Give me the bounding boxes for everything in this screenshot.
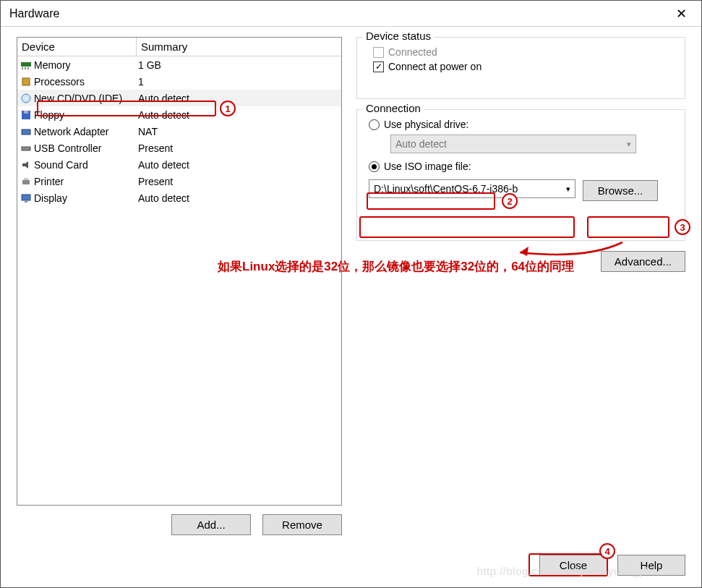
close-button[interactable]: Close — [539, 555, 607, 576]
svg-rect-11 — [22, 180, 30, 184]
floppy-icon — [20, 109, 32, 121]
sound-icon — [20, 159, 32, 171]
device-name: Printer — [34, 176, 138, 187]
header-device[interactable]: Device — [17, 38, 137, 56]
device-name: Network Adapter — [34, 126, 138, 137]
device-summary: Auto detect — [138, 109, 341, 121]
svg-rect-1 — [22, 67, 23, 69]
device-summary: NAT — [138, 126, 341, 137]
connect-power-on-checkbox[interactable]: ✓ — [373, 61, 384, 72]
connection-group: Connection Use physical drive: Auto dete… — [356, 109, 685, 241]
device-summary: Auto detect — [138, 192, 341, 204]
device-summary: 1 — [138, 76, 341, 88]
iso-path-value: D:\Linux\soft\CentOS-6.7-i386-b — [374, 183, 518, 195]
device-table-header: Device Summary — [17, 38, 341, 56]
window-title: Hardware — [9, 7, 59, 20]
device-row[interactable]: Memory 1 GB — [17, 56, 341, 73]
remove-button[interactable]: Remove — [262, 514, 342, 535]
display-icon — [20, 192, 32, 204]
close-icon[interactable]: ✕ — [667, 1, 695, 26]
device-table: Device Summary Memory 1 GB Processors 1 … — [17, 37, 342, 506]
usb-icon — [20, 142, 32, 154]
net-icon — [20, 126, 32, 137]
physical-drive-combo: Auto detect ▾ — [390, 135, 636, 153]
svg-rect-4 — [22, 78, 30, 85]
connection-legend: Connection — [363, 102, 424, 114]
device-summary: Present — [138, 176, 341, 187]
svg-rect-12 — [24, 178, 28, 180]
device-name: Display — [34, 192, 138, 204]
chevron-down-icon[interactable]: ▾ — [566, 184, 570, 194]
left-pane: Device Summary Memory 1 GB Processors 1 … — [17, 37, 342, 545]
device-row[interactable]: Floppy Auto detect — [17, 106, 341, 123]
svg-rect-9 — [22, 129, 30, 135]
svg-rect-13 — [22, 195, 30, 200]
svg-rect-14 — [25, 201, 27, 203]
device-status-legend: Device status — [363, 30, 434, 42]
right-pane: Device status Connected ✓ Connect at pow… — [342, 37, 685, 545]
printer-icon — [20, 176, 32, 187]
svg-point-6 — [25, 97, 27, 99]
device-summary: Present — [138, 142, 341, 154]
iso-path-combo[interactable]: D:\Linux\soft\CentOS-6.7-i386-b ▾ — [369, 179, 575, 198]
device-summary: Auto detect — [138, 93, 341, 104]
svg-rect-10 — [22, 147, 30, 150]
device-name: Floppy — [34, 109, 138, 121]
device-row[interactable]: Printer Present — [17, 173, 341, 189]
connect-power-on-label: Connect at power on — [388, 61, 481, 72]
device-name: Processors — [34, 76, 138, 88]
device-name: USB Controller — [34, 142, 138, 154]
svg-rect-2 — [25, 67, 26, 69]
use-iso-radio[interactable] — [369, 161, 380, 172]
device-name: Memory — [34, 59, 138, 71]
svg-rect-8 — [24, 111, 28, 114]
add-button[interactable]: Add... — [171, 514, 251, 535]
physical-drive-value: Auto detect — [395, 138, 447, 150]
chevron-down-icon: ▾ — [627, 140, 631, 149]
advanced-button[interactable]: Advanced... — [601, 251, 685, 272]
content-area: Device Summary Memory 1 GB Processors 1 … — [17, 37, 685, 545]
use-iso-label: Use ISO image file: — [384, 161, 471, 172]
cd-icon — [20, 93, 32, 104]
device-row[interactable]: Network Adapter NAT — [17, 123, 341, 140]
device-name: Sound Card — [34, 159, 138, 171]
use-physical-radio[interactable] — [369, 119, 380, 130]
header-summary[interactable]: Summary — [137, 38, 341, 56]
titlebar: Hardware ✕ — [1, 1, 701, 27]
svg-rect-3 — [27, 67, 29, 69]
connected-label: Connected — [388, 46, 437, 58]
device-row[interactable]: Sound Card Auto detect — [17, 156, 341, 173]
connected-checkbox — [373, 47, 384, 58]
device-row[interactable]: Display Auto detect — [17, 189, 341, 206]
cpu-icon — [20, 76, 32, 88]
device-status-group: Device status Connected ✓ Connect at pow… — [356, 37, 685, 99]
hardware-dialog: Hardware ✕ Device Summary Memory 1 GB Pr… — [0, 0, 702, 588]
device-name: New CD/DVD (IDE) — [34, 93, 138, 104]
device-row[interactable]: USB Controller Present — [17, 140, 341, 156]
svg-rect-0 — [21, 62, 31, 67]
memory-icon — [20, 59, 32, 71]
device-row[interactable]: Processors 1 — [17, 73, 341, 90]
device-summary: 1 GB — [138, 59, 341, 71]
help-button[interactable]: Help — [617, 555, 685, 576]
use-physical-label: Use physical drive: — [384, 119, 469, 130]
device-row[interactable]: New CD/DVD (IDE) Auto detect — [17, 90, 341, 106]
device-summary: Auto detect — [138, 159, 341, 171]
browse-button[interactable]: Browse... — [583, 180, 658, 201]
